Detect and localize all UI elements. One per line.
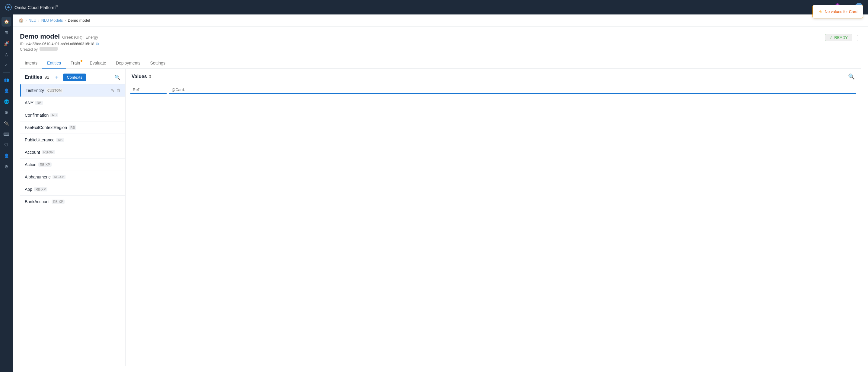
entity-item[interactable]: PublicUtterance RB ✎ 🗑	[20, 134, 125, 146]
entity-badge: RB	[56, 138, 64, 142]
delete-entity-button[interactable]: 🗑	[116, 125, 120, 130]
rail-divider-1	[3, 72, 10, 73]
delete-entity-button[interactable]: 🗑	[116, 113, 120, 117]
delete-entity-button[interactable]: 🗑	[116, 88, 120, 93]
entity-item[interactable]: FaeExitContextRegion RB ✎ 🗑	[20, 122, 125, 134]
edit-entity-button[interactable]: ✎	[111, 88, 114, 93]
entity-badge: RB	[35, 101, 43, 105]
model-header-actions: ✓ READY ⋮	[825, 34, 861, 41]
entity-name: Action	[25, 162, 36, 167]
values-count: 0	[149, 74, 151, 79]
nav-layers[interactable]: ⊞	[1, 28, 11, 37]
entities-panel: Entities 92 + Contexts 🔍 TestEntity CUST…	[20, 69, 126, 366]
created-by: Created by:	[20, 47, 99, 52]
delete-entity-button[interactable]: 🗑	[116, 199, 120, 204]
entity-item[interactable]: BankAccount RB-XP ✎ 🗑	[20, 196, 125, 208]
tab-settings[interactable]: Settings	[146, 58, 170, 69]
train-dot	[81, 60, 83, 62]
copy-id-icon[interactable]: ⧉	[96, 42, 99, 46]
nav-shield[interactable]: 🛡	[1, 140, 11, 150]
entity-name: Confirmation	[25, 113, 49, 117]
edit-entity-button[interactable]: ✎	[111, 187, 114, 192]
nav-person[interactable]: 👤	[1, 86, 11, 96]
breadcrumb-home[interactable]: 🏠	[19, 18, 24, 23]
nav-user-settings[interactable]: 👤	[1, 151, 11, 161]
nav-gear[interactable]: ⚙	[1, 108, 11, 117]
edit-entity-button[interactable]: ✎	[111, 100, 114, 105]
tab-intents[interactable]: Intents	[20, 58, 42, 69]
breadcrumb-nlu-models[interactable]: NLU Models	[41, 18, 63, 23]
add-entity-button[interactable]: +	[53, 73, 61, 81]
entity-name: ANY	[25, 100, 33, 105]
nav-api[interactable]: ⌨	[1, 129, 11, 139]
nav-home[interactable]: 🏠	[1, 17, 11, 27]
edit-entity-button[interactable]: ✎	[111, 174, 114, 179]
entity-badge: RB	[51, 113, 58, 117]
entity-badge: RB	[69, 126, 76, 130]
tabs-bar: Intents Entities Train Evaluate Deployme…	[20, 58, 861, 69]
values-panel-title: Values	[132, 74, 147, 79]
entity-name: App	[25, 187, 32, 192]
entity-search-button[interactable]: 🔍	[114, 74, 120, 80]
tab-deployments[interactable]: Deployments	[111, 58, 146, 69]
nav-chart[interactable]: △	[1, 49, 11, 59]
edit-entity-button[interactable]: ✎	[111, 125, 114, 130]
entity-badge: RB-XP	[42, 150, 55, 154]
omilia-logo-icon	[5, 4, 12, 11]
breadcrumb-nlu[interactable]: NLU	[28, 18, 36, 23]
entity-name: PublicUtterance	[25, 137, 55, 142]
entity-item[interactable]: Account RB-XP ✎ 🗑	[20, 146, 125, 159]
nav-users[interactable]: 👥	[1, 75, 11, 85]
entity-badge: CUSTOM	[46, 88, 63, 93]
tab-evaluate[interactable]: Evaluate	[85, 58, 111, 69]
nav-plugin[interactable]: 🔌	[1, 119, 11, 128]
contexts-button[interactable]: Contexts	[63, 73, 86, 81]
entity-list: TestEntity CUSTOM ✎ 🗑 ANY RB	[20, 84, 125, 366]
breadcrumb-current: Demo model	[68, 18, 90, 23]
entity-item[interactable]: ANY RB ✎ 🗑	[20, 97, 125, 109]
nav-rocket[interactable]: 🚀	[1, 39, 11, 48]
ref-input[interactable]	[130, 86, 166, 94]
delete-entity-button[interactable]: 🗑	[116, 150, 120, 155]
entity-item[interactable]: App RB-XP ✎ 🗑	[20, 183, 125, 196]
check-icon: ✓	[829, 35, 833, 40]
more-options-button[interactable]: ⋮	[855, 34, 861, 41]
tab-train[interactable]: Train	[66, 58, 85, 69]
toast-warning-icon: ⚠	[818, 9, 823, 14]
edit-entity-button[interactable]: ✎	[111, 150, 114, 155]
delete-entity-button[interactable]: 🗑	[116, 100, 120, 105]
entities-count: 92	[45, 75, 50, 79]
ready-status-button[interactable]: ✓ READY	[825, 34, 852, 41]
model-subtitle: Greek (GR) | Energy	[62, 35, 98, 39]
nav-check[interactable]: ✓	[1, 60, 11, 70]
values-header: Values 0 🔍	[126, 69, 861, 83]
entity-item[interactable]: Confirmation RB ✎ 🗑	[20, 109, 125, 122]
delete-entity-button[interactable]: 🗑	[116, 162, 120, 167]
edit-entity-button[interactable]: ✎	[111, 137, 114, 142]
app-name: Omilia Cloud Platform®	[14, 4, 58, 10]
values-panel: Values 0 🔍	[126, 69, 861, 366]
model-title: Demo model	[20, 33, 60, 40]
entity-item[interactable]: Alphanumeric RB-XP ✎ 🗑	[20, 171, 125, 183]
value-input[interactable]	[169, 86, 856, 94]
delete-entity-button[interactable]: 🗑	[116, 137, 120, 142]
entity-name: Alphanumeric	[25, 174, 51, 179]
delete-entity-button[interactable]: 🗑	[116, 174, 120, 179]
nav-globe[interactable]: 🌐	[1, 97, 11, 106]
entity-item-actions: ✎ 🗑	[111, 88, 120, 93]
entity-item[interactable]: Action RB-XP ✎ 🗑	[20, 159, 125, 171]
delete-entity-button[interactable]: 🗑	[116, 187, 120, 192]
tab-entities[interactable]: Entities	[42, 58, 66, 69]
model-id: d4c23fdc-0610-4d01-ab9d-a686d0316b18	[26, 42, 94, 46]
edit-entity-button[interactable]: ✎	[111, 113, 114, 117]
entity-item[interactable]: TestEntity CUSTOM ✎ 🗑	[20, 84, 125, 97]
app-logo: Omilia Cloud Platform®	[5, 4, 58, 11]
model-header: Demo model Greek (GR) | Energy ID: d4c23…	[20, 33, 861, 52]
entity-name: FaeExitContextRegion	[25, 125, 67, 130]
edit-entity-button[interactable]: ✎	[111, 199, 114, 204]
model-meta: ID: d4c23fdc-0610-4d01-ab9d-a686d0316b18…	[20, 42, 99, 46]
values-search-button[interactable]: 🔍	[848, 73, 855, 80]
value-input-row	[126, 83, 861, 97]
nav-settings-misc[interactable]: ⚙	[1, 162, 11, 172]
edit-entity-button[interactable]: ✎	[111, 162, 114, 167]
